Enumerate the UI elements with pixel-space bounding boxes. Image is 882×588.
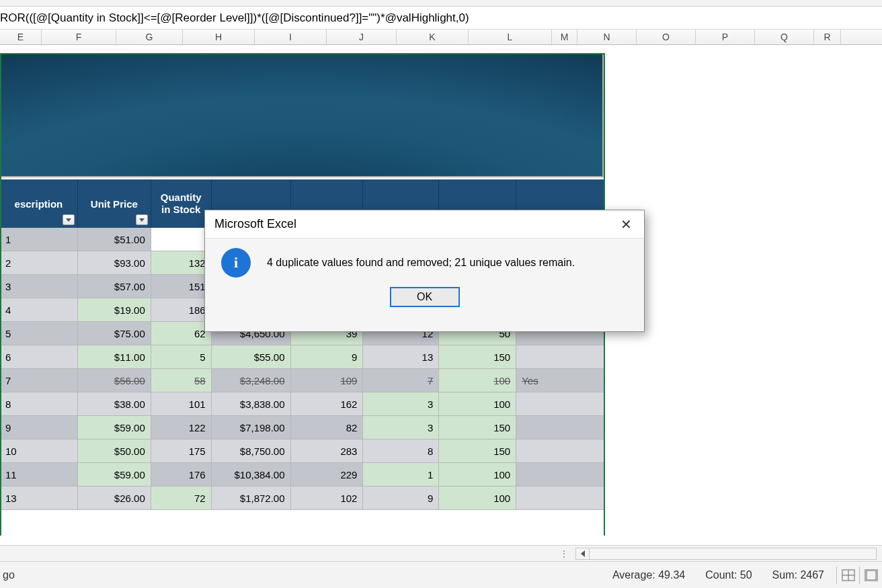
cell[interactable]: 100 [439,392,516,416]
cell[interactable]: 162 [291,392,364,416]
cell[interactable]: 101 [151,392,212,416]
cell[interactable]: $10,384.00 [212,463,291,487]
th-description[interactable]: escription [0,179,78,228]
hscroll-left-icon[interactable] [576,548,590,559]
formula-bar[interactable]: ROR(([@[Quantity in Stock]]<=[@[Reorder … [0,7,882,30]
cell[interactable]: $11.00 [78,345,151,369]
col-header-R[interactable]: R [814,30,841,44]
col-header-F[interactable]: F [42,30,116,44]
cell[interactable]: $7,198.00 [212,416,291,439]
close-icon[interactable]: ✕ [616,214,636,235]
cell[interactable]: $8,750.00 [212,439,291,463]
dialog-titlebar[interactable]: Microsoft Excel ✕ [205,210,644,239]
cell[interactable]: 58 [151,369,212,392]
cell[interactable] [516,487,604,510]
hscroll-track[interactable] [575,548,877,560]
cell[interactable]: $93.00 [78,251,151,275]
horizontal-scroll[interactable]: ⋮ [0,545,882,561]
cell[interactable]: 11 [0,463,78,487]
cell[interactable]: 7 [363,369,439,392]
cell[interactable]: 229 [291,463,364,487]
table-row[interactable]: 6$11.005$55.00913150 [0,345,604,369]
cell[interactable] [516,463,604,487]
cell[interactable]: $56.00 [78,369,151,392]
cell[interactable]: 122 [151,416,212,439]
col-header-K[interactable]: K [397,30,469,44]
cell[interactable]: 82 [291,416,364,439]
cell[interactable]: 5 [0,322,78,345]
cell[interactable]: 186 [151,298,212,322]
cell[interactable] [151,228,212,251]
cell[interactable]: $51.00 [78,228,151,251]
col-header-L[interactable]: L [469,30,552,44]
cell[interactable]: Yes [516,369,604,392]
table-row[interactable]: 11$59.00176$10,384.002291100 [0,463,604,487]
cell[interactable]: 9 [0,416,78,439]
col-header-E[interactable]: E [0,30,42,44]
col-header-H[interactable]: H [183,30,255,44]
cell[interactable]: $59.00 [78,463,151,487]
cell[interactable]: $59.00 [78,416,151,439]
cell[interactable]: 100 [439,369,516,392]
cell[interactable]: 100 [439,487,516,510]
cell[interactable]: 8 [363,439,439,463]
cell[interactable]: 1 [0,228,78,251]
cell[interactable]: 102 [291,487,364,510]
filter-button[interactable] [63,214,75,225]
ok-button[interactable]: OK [390,287,460,307]
th-qty-stock[interactable]: Quantity in Stock [151,179,212,228]
sheet-tab-dots-icon[interactable]: ⋮ [558,548,571,559]
cell[interactable]: 3 [363,416,439,439]
table-row[interactable]: 7$56.0058$3,248.001097100Yes [0,369,604,392]
cell[interactable]: $19.00 [78,298,151,322]
cell[interactable]: 6 [0,345,78,369]
cell[interactable]: $57.00 [78,275,151,298]
cell[interactable] [516,392,604,416]
cell[interactable]: 4 [0,298,78,322]
cell[interactable]: 100 [439,463,516,487]
cell[interactable]: $75.00 [78,322,151,345]
view-page-layout-icon[interactable] [859,566,882,584]
column-headers[interactable]: E F G H I J K L M N O P Q R [0,30,882,45]
cell[interactable]: $50.00 [78,439,151,463]
col-header-J[interactable]: J [327,30,397,44]
cell[interactable]: 8 [0,392,78,416]
filter-button[interactable] [136,214,148,225]
cell[interactable]: $3,248.00 [212,369,291,392]
col-header-N[interactable]: N [577,30,637,44]
cell[interactable]: 150 [439,439,516,463]
cell[interactable]: 5 [151,345,212,369]
cell[interactable]: 2 [0,251,78,275]
col-header-Q[interactable]: Q [755,30,814,44]
cell[interactable]: 3 [0,275,78,298]
col-header-G[interactable]: G [116,30,183,44]
cell[interactable] [516,439,604,463]
col-header-P[interactable]: P [696,30,755,44]
cell[interactable]: 9 [363,487,439,510]
cell[interactable]: 13 [0,487,78,510]
formula-text[interactable]: ROR(([@[Quantity in Stock]]<=[@[Reorder … [0,11,469,25]
cell[interactable]: 150 [439,345,516,369]
cell[interactable]: 150 [439,416,516,439]
cell[interactable]: 109 [291,369,364,392]
cell[interactable]: $26.00 [78,487,151,510]
cell[interactable]: 10 [0,439,78,463]
col-header-I[interactable]: I [255,30,327,44]
cell[interactable]: 62 [151,322,212,345]
cell[interactable] [516,416,604,439]
cell[interactable]: $38.00 [78,392,151,416]
cell[interactable]: 3 [363,392,439,416]
cell[interactable]: 132 [151,251,212,275]
cell[interactable] [516,345,604,369]
cell[interactable]: 283 [291,439,364,463]
table-row[interactable]: 13$26.0072$1,872.001029100 [0,487,604,510]
cell[interactable]: 176 [151,463,212,487]
cell[interactable]: 13 [363,345,439,369]
cell[interactable]: $55.00 [212,345,291,369]
cell[interactable]: $1,872.00 [212,487,291,510]
cell[interactable]: 9 [291,345,364,369]
cell[interactable]: 7 [0,369,78,392]
cell[interactable]: 72 [151,487,212,510]
col-header-M[interactable]: M [552,30,577,44]
table-row[interactable]: 8$38.00101$3,838.001623100 [0,392,604,416]
